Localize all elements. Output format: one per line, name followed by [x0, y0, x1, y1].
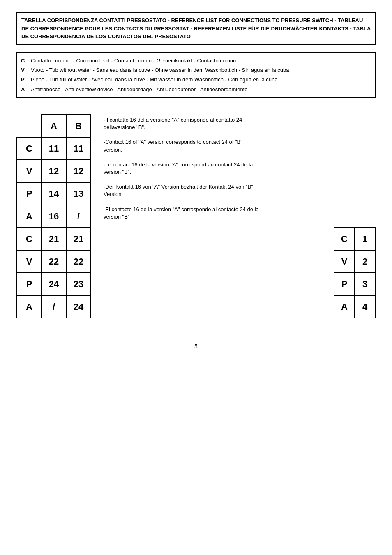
- table-row: C1111: [17, 137, 91, 160]
- legend-text: Pieno - Tub full of water - Avec eau dan…: [31, 75, 371, 84]
- table-cell-a: /: [42, 295, 66, 318]
- table-row: A16/: [17, 205, 91, 228]
- main-table: ABC1111V1212P1413A16/C2121V2222P2423A/24: [16, 114, 91, 318]
- table-header-cell: A: [42, 115, 66, 137]
- note-item: -Il contatto 16 della versione "A" corri…: [104, 116, 260, 131]
- note-item: -Le contact 16 de la version "A" corrosp…: [104, 161, 260, 176]
- table-header-cell: B: [66, 115, 91, 137]
- table-cell-a: 14: [42, 182, 66, 205]
- main-content: ABC1111V1212P1413A16/C2121V2222P2423A/24…: [16, 114, 376, 318]
- page-number: 5: [16, 343, 376, 350]
- right-table-value: 4: [355, 295, 375, 318]
- title-text: TABELLA CORRISPONDENZA CONTATTI PRESSOST…: [21, 17, 371, 39]
- table-row-label: C: [17, 228, 42, 250]
- table-row-label: P: [17, 273, 42, 295]
- legend-key: C: [21, 56, 29, 65]
- right-table-value: 3: [355, 273, 375, 295]
- legend-key: V: [21, 65, 29, 75]
- table-cell-a: 12: [42, 160, 66, 182]
- legend-key: A: [21, 85, 29, 94]
- right-table-label: A: [334, 295, 355, 318]
- table-cell-a: 24: [42, 273, 66, 295]
- legend-key: P: [21, 75, 29, 84]
- right-table-row: A4: [334, 295, 375, 318]
- table-cell-b: 11: [66, 137, 91, 160]
- right-table-value: 2: [355, 250, 375, 273]
- legend-text: Vuoto - Tub without water - Sans eau dan…: [31, 65, 371, 75]
- note-item: -Contact 16 of "A" version corresponds t…: [104, 138, 260, 153]
- table-row: V2222: [17, 250, 91, 273]
- legend-item: CContatto comune - Common lead - Contatc…: [21, 56, 371, 65]
- right-table-label: C: [334, 228, 355, 250]
- table-row-label: V: [17, 160, 42, 182]
- table-cell-a: 16: [42, 205, 66, 228]
- table-row-label: A: [17, 205, 42, 228]
- table-cell-b: 21: [66, 228, 91, 250]
- right-table-row: C1: [334, 228, 375, 250]
- table-cell-b: 13: [66, 182, 91, 205]
- table-cell-b: 23: [66, 273, 91, 295]
- legend-item: AAntitrabocco - Anti-overflow device - A…: [21, 85, 371, 94]
- legend-item: VVuoto - Tub without water - Sans eau da…: [21, 65, 371, 75]
- notes-section: -Il contatto 16 della versione "A" corri…: [104, 114, 260, 228]
- note-item: -Der Kontakt 16 von "A" Version bezhalt …: [104, 183, 260, 198]
- right-table-label: V: [334, 250, 355, 273]
- table-row-label: A: [17, 295, 42, 318]
- table-cell-b: 24: [66, 295, 91, 318]
- legend-box: CContatto comune - Common lead - Contatc…: [16, 52, 376, 98]
- table-row: P2423: [17, 273, 91, 295]
- right-table-wrap: C1V2P3A4: [334, 227, 376, 318]
- right-table-row: P3: [334, 273, 375, 295]
- table-cell-b: 22: [66, 250, 91, 273]
- table-row: V1212: [17, 160, 91, 182]
- table-row: C2121: [17, 228, 91, 250]
- left-section: ABC1111V1212P1413A16/C2121V2222P2423A/24…: [16, 114, 260, 318]
- note-item: -El contacto 16 de la version "A" corros…: [104, 206, 260, 221]
- title-box: TABELLA CORRISPONDENZA CONTATTI PRESSOST…: [16, 12, 376, 45]
- right-table-value: 1: [355, 228, 375, 250]
- table-cell-b: /: [66, 205, 91, 228]
- table-row: A/24: [17, 295, 91, 318]
- table-row-label: C: [17, 137, 42, 160]
- table-row-label: V: [17, 250, 42, 273]
- table-cell-a: 22: [42, 250, 66, 273]
- legend-text: Contatto comune - Common lead - Contatct…: [31, 56, 371, 65]
- table-cell-b: 12: [66, 160, 91, 182]
- right-table-row: V2: [334, 250, 375, 273]
- table-header-empty: [17, 115, 42, 137]
- legend-text: Antitrabocco - Anti-overflow device - An…: [31, 85, 371, 94]
- table-cell-a: 11: [42, 137, 66, 160]
- table-row-label: P: [17, 182, 42, 205]
- right-table: C1V2P3A4: [334, 227, 376, 318]
- legend-item: PPieno - Tub full of water - Avec eau da…: [21, 75, 371, 84]
- table-cell-a: 21: [42, 228, 66, 250]
- right-table-label: P: [334, 273, 355, 295]
- table-row: P1413: [17, 182, 91, 205]
